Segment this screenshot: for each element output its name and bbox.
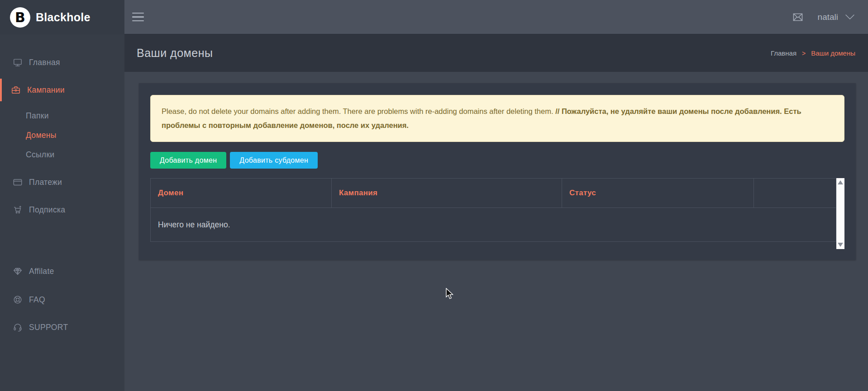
mail-icon[interactable] bbox=[792, 12, 804, 23]
warning-alert: Please, do not delete your domains after… bbox=[150, 95, 844, 142]
actions-row: Добавить домен Добавить субдомен bbox=[150, 152, 844, 169]
domains-table: Домен Кампания Статус Ничего не найдено. bbox=[150, 178, 836, 242]
sidebar-label: FAQ bbox=[29, 295, 45, 305]
monitor-icon bbox=[13, 57, 23, 67]
breadcrumb-home[interactable]: Главная bbox=[771, 49, 796, 57]
sidebar-item-faq[interactable]: FAQ bbox=[0, 288, 124, 311]
topbar-actions: natali bbox=[792, 12, 855, 23]
sidebar-item-domains[interactable]: Домены bbox=[0, 126, 124, 145]
main-area: Ваши домены Главная > Ваши домены Please… bbox=[124, 34, 868, 391]
sidebar-label: Платежи bbox=[29, 178, 62, 187]
scroll-down-icon[interactable] bbox=[838, 243, 843, 247]
breadcrumb-separator-icon: > bbox=[802, 50, 806, 57]
brand-logo[interactable]: B Blackhole bbox=[0, 0, 124, 34]
briefcase-icon bbox=[11, 85, 21, 95]
add-domain-button[interactable]: Добавить домен bbox=[150, 152, 226, 169]
scroll-up-icon[interactable] bbox=[838, 180, 843, 184]
sidebar-label: Папки bbox=[26, 111, 49, 121]
alert-text-en: Please, do not delete your domains after… bbox=[162, 107, 553, 115]
table-scrollbar[interactable] bbox=[836, 178, 844, 249]
sidebar-item-campaigns[interactable]: Кампании bbox=[0, 79, 124, 101]
logo-icon: B bbox=[10, 7, 30, 28]
brand-name: Blackhole bbox=[36, 11, 91, 24]
column-header-status[interactable]: Статус bbox=[562, 179, 754, 208]
app-window: B Blackhole natali bbox=[0, 0, 868, 391]
sidebar-label: Подписка bbox=[29, 205, 65, 215]
sidebar-label: SUPPORT bbox=[29, 323, 68, 332]
lifebuoy-icon bbox=[13, 295, 23, 305]
sidebar-item-affilate[interactable]: Affilate bbox=[0, 260, 124, 283]
sidebar-label: Главная bbox=[29, 58, 60, 67]
sidebar-item-subscription[interactable]: Подписка bbox=[0, 198, 124, 221]
sidebar-item-folders[interactable]: Папки bbox=[0, 106, 124, 126]
topbar-right: natali bbox=[124, 0, 868, 34]
sidebar-label: Ссылки bbox=[26, 150, 54, 160]
cart-icon bbox=[13, 205, 23, 215]
sidebar-spacer bbox=[0, 226, 124, 260]
topbar: B Blackhole natali bbox=[0, 0, 868, 34]
headset-icon bbox=[13, 322, 23, 332]
page-header: Ваши домены Главная > Ваши домены bbox=[124, 34, 868, 72]
menu-toggle-icon[interactable] bbox=[132, 11, 146, 24]
table-row: Ничего не найдено. bbox=[151, 208, 836, 242]
domains-card: Please, do not delete your domains after… bbox=[139, 83, 856, 260]
sidebar-item-links[interactable]: Ссылки bbox=[0, 145, 124, 165]
sidebar-spacer bbox=[0, 165, 124, 171]
empty-table-message: Ничего не найдено. bbox=[151, 208, 836, 242]
sidebar-label: Кампании bbox=[27, 85, 65, 95]
logo-letter: B bbox=[15, 9, 25, 25]
chevron-down-icon bbox=[844, 14, 855, 20]
content-area: Please, do not delete your domains after… bbox=[124, 72, 868, 391]
column-header-actions bbox=[754, 179, 836, 208]
credit-card-icon bbox=[13, 177, 23, 187]
sidebar-item-payments[interactable]: Платежи bbox=[0, 171, 124, 193]
username: natali bbox=[818, 12, 838, 22]
column-header-domain[interactable]: Домен bbox=[151, 179, 332, 208]
user-menu[interactable]: natali bbox=[818, 12, 855, 22]
sidebar-item-support[interactable]: SUPPORT bbox=[0, 316, 124, 339]
column-header-campaign[interactable]: Кампания bbox=[331, 179, 562, 208]
breadcrumb-current: Ваши домены bbox=[811, 49, 855, 57]
diamond-icon bbox=[13, 266, 23, 276]
page-title: Ваши домены bbox=[137, 47, 213, 60]
add-subdomain-button[interactable]: Добавить субдомен bbox=[230, 152, 318, 169]
domains-table-wrapper: Домен Кампания Статус Ничего не найдено. bbox=[150, 178, 844, 249]
sidebar-label: Affilate bbox=[29, 267, 54, 276]
sidebar: Главная Кампании Папки Домены Ссылки Пла… bbox=[0, 34, 124, 391]
sidebar-item-home[interactable]: Главная bbox=[0, 51, 124, 74]
table-header-row: Домен Кампания Статус bbox=[151, 179, 836, 208]
breadcrumb: Главная > Ваши домены bbox=[771, 49, 855, 57]
sidebar-label: Домены bbox=[26, 131, 57, 140]
